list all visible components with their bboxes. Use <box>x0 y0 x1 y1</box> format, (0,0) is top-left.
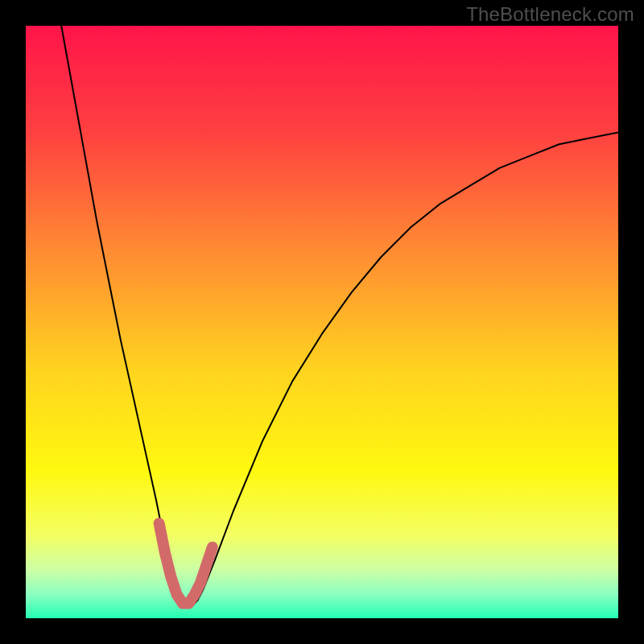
bottleneck-curve-plot <box>26 26 618 618</box>
gradient-background <box>26 26 618 618</box>
attribution-text: TheBottleneck.com <box>466 3 634 26</box>
chart-container: TheBottleneck.com <box>0 0 644 644</box>
